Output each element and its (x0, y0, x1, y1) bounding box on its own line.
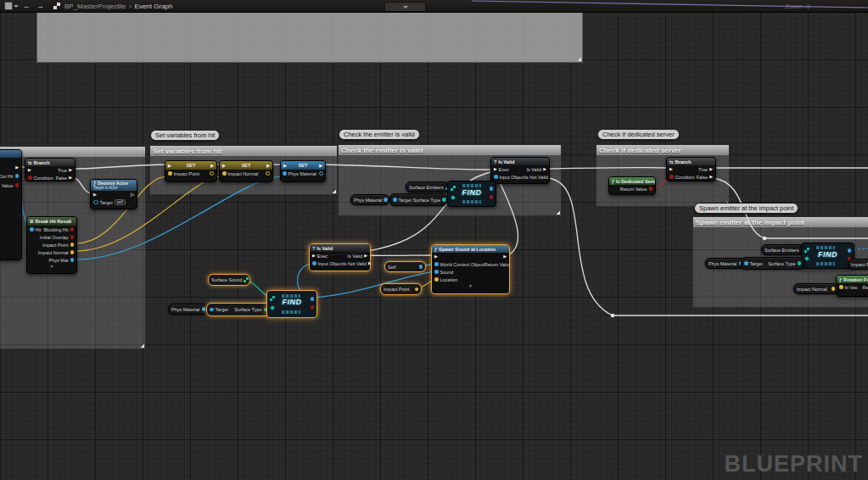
exec-in-pin[interactable]: ▶ (168, 164, 171, 168)
exec-out-pin[interactable]: ▶ (210, 164, 214, 168)
variable-get-surface-emitters[interactable]: Surface Emitters (406, 181, 450, 193)
value-out-pin[interactable] (266, 171, 271, 176)
back-button[interactable]: ← (23, 3, 31, 10)
impact-point-pin[interactable] (70, 243, 75, 247)
value-in-pin[interactable] (222, 171, 227, 176)
output-pin[interactable] (202, 307, 206, 311)
expand-chevron-icon[interactable]: ▼ (432, 283, 509, 289)
exec-in-pin[interactable]: ▶ (434, 254, 438, 259)
blocking-hit-pin[interactable] (70, 227, 75, 232)
true-pin[interactable]: ▶ (69, 168, 72, 172)
value-in-pin[interactable] (283, 171, 287, 176)
exec-out-pin[interactable]: ▶ (15, 165, 19, 170)
node-get-surface-type[interactable]: Target Surface Type (389, 193, 447, 206)
variable-get-self[interactable]: Self (384, 261, 426, 272)
node-map-find-emitters[interactable]: FIND (447, 181, 496, 207)
in-vec-pin[interactable] (839, 285, 843, 289)
input-object-pin[interactable] (312, 261, 316, 265)
hit-pin[interactable] (30, 227, 34, 232)
output-pin[interactable] (419, 265, 423, 269)
target-default-value[interactable]: self (115, 199, 126, 206)
condition-pin[interactable] (669, 175, 674, 179)
exec-in-pin[interactable]: ▶ (93, 193, 97, 197)
exec-in-pin[interactable]: ▶ (222, 164, 226, 168)
sound-pin[interactable] (434, 270, 439, 274)
surface-type-pin[interactable] (798, 261, 802, 265)
toolbar-dropdown[interactable] (384, 2, 426, 12)
is-valid-pin[interactable]: ▶ (543, 167, 546, 171)
initial-overlap-pin[interactable] (70, 235, 75, 239)
output-pin[interactable] (415, 287, 419, 292)
reroute-dot[interactable] (763, 237, 766, 240)
node-break-hit-result[interactable]: ⊞Break Hit Result Hit Blocking Hit Initi… (26, 216, 77, 274)
output-pin[interactable] (832, 287, 836, 291)
true-pin[interactable]: ▶ (709, 167, 713, 171)
reroute-dot[interactable] (611, 314, 614, 317)
value-out-pin[interactable] (848, 248, 852, 253)
node-rotation-from-x[interactable]: ƒRotation From X In Vec Retu (836, 275, 868, 297)
exec-in-pin[interactable]: ▶ (669, 167, 673, 171)
return-value-pin[interactable] (649, 187, 653, 191)
exec-out-pin[interactable]: ▶ (131, 193, 134, 197)
exec-in-pin[interactable]: ▶ (283, 164, 287, 168)
node-set-impact-normal[interactable]: ▶ SET ▶ Impact Normal (219, 160, 273, 182)
is-not-valid-pin[interactable]: ▶ (368, 261, 371, 265)
target-map-pin[interactable] (804, 248, 809, 253)
surface-type-pin[interactable] (442, 198, 446, 202)
node-map-find-emitters-2[interactable]: FIND (801, 243, 854, 269)
node-branch-hit[interactable]: ⇆Branch ▶ True▶ Condition False▶ (25, 158, 76, 181)
exec-out-pin[interactable]: ▶ (319, 164, 322, 168)
node-is-valid-sound[interactable]: ?Is Valid ▶Exec Is Valid▶ Input Object I… (309, 243, 371, 271)
location-pin[interactable] (434, 277, 439, 282)
condition-pin[interactable] (28, 176, 32, 180)
exec-out-pin[interactable]: ▶ (503, 254, 507, 259)
variable-get-impact-point[interactable]: Impact Point (848, 259, 868, 270)
node-set-impact-point[interactable]: ▶ SET ▶ Impact Point (165, 160, 217, 182)
value-out-pin[interactable] (311, 297, 315, 301)
node-set-phys-material[interactable]: ▶ SET ▶ Phys Material (280, 160, 326, 182)
node-is-valid-emitter[interactable]: ?Is Valid ▶Exec Is Valid▶ Input Object I… (490, 157, 550, 184)
node-is-dedicated-server[interactable]: ƒIs Dedicated Server Return Value (608, 176, 656, 195)
world-context-pin[interactable] (434, 262, 439, 266)
exec-in-pin[interactable]: ▶ (28, 168, 31, 172)
caret-down-icon[interactable] (14, 5, 19, 8)
node-branch-dedicated[interactable]: ⇆Branch ▶ True▶ Condition False▶ (666, 157, 716, 181)
asset-icon[interactable] (4, 2, 13, 10)
exec-in-pin[interactable]: ▶ (312, 254, 316, 258)
input-object-pin[interactable] (494, 175, 498, 179)
is-valid-pin[interactable]: ▶ (364, 254, 367, 258)
target-pin[interactable] (393, 198, 397, 202)
impact-normal-pin[interactable] (70, 250, 75, 254)
exec-in-pin[interactable]: ▶ (494, 167, 497, 171)
found-pin[interactable] (311, 305, 315, 310)
false-pin[interactable]: ▶ (709, 175, 713, 179)
variable-get-phys-material[interactable]: Phys Material (705, 258, 746, 269)
target-pin[interactable] (210, 308, 214, 312)
value-pin[interactable] (15, 183, 20, 187)
found-pin[interactable] (490, 195, 494, 199)
variable-get-phys-material[interactable]: Phys Material (350, 194, 389, 205)
value-in-pin[interactable] (168, 171, 172, 176)
node-get-surface-type[interactable]: Target Surface Type (741, 257, 804, 270)
variable-get-phys-material[interactable]: Phys Material (168, 304, 209, 315)
variable-get-impact-normal[interactable]: Impact Normal (793, 283, 838, 294)
target-pin[interactable] (744, 261, 748, 265)
breadcrumb-asset[interactable]: BP_MasterProjectile (64, 3, 126, 10)
breadcrumb-page[interactable]: Event Graph (135, 3, 173, 10)
false-pin[interactable]: ▶ (69, 176, 72, 180)
output-pin[interactable] (384, 198, 388, 202)
variable-get-impact-point[interactable]: Impact Point (380, 283, 422, 295)
variable-get-surface-sound[interactable]: Surface Sound (208, 274, 250, 286)
value-out-pin[interactable] (319, 171, 324, 176)
expand-chevron-icon[interactable]: ▼ (27, 264, 76, 270)
node-map-find-sounds[interactable]: FIND (266, 290, 317, 318)
node-destroy-actor[interactable]: ƒDestroy Actor Target is Actor ▶ ▶ Targe… (90, 179, 137, 209)
target-pin[interactable] (93, 200, 98, 205)
node-spawn-sound-at-location[interactable]: ƒSpawn Sound at Location ▶ ▶ World Conte… (431, 244, 510, 294)
value-out-pin[interactable] (490, 187, 494, 191)
phys-mat-pin[interactable] (70, 258, 75, 262)
target-map-pin[interactable] (451, 186, 456, 191)
out-hit-pin[interactable] (15, 174, 20, 178)
map-output-pin[interactable] (244, 277, 249, 282)
node-get-surface-type[interactable]: Target Surface Type (206, 303, 271, 316)
